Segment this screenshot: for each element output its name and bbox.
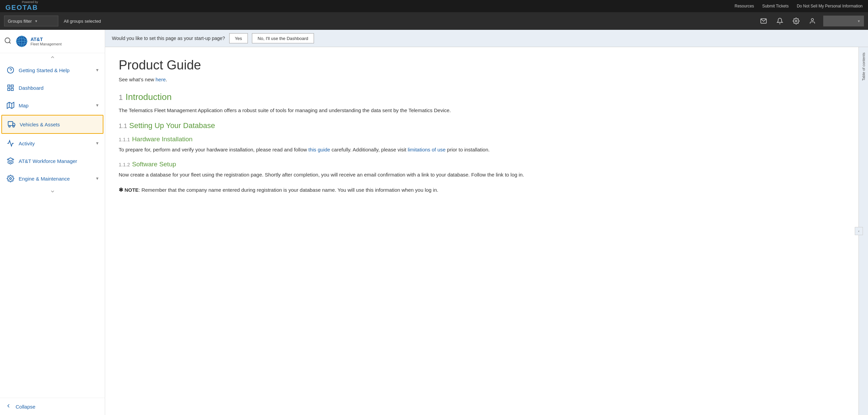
section-1-1-1-num: 1.1.1 [119,137,130,142]
svg-point-1 [795,20,797,22]
section-1-1-2-num: 1.1.2 [119,162,130,167]
search-icon[interactable] [4,37,12,46]
section-1-1-1-body: To prepare for, perform and verify your … [119,146,845,154]
startup-question: Would you like to set this page as your … [112,36,225,41]
startup-no-button[interactable]: No, I'll use the Dashboard [252,33,314,43]
brand-sub: Fleet Management [31,42,62,46]
att-globe-icon [16,35,28,47]
section-1-title: Introduction [125,92,172,102]
workforce-label: AT&T Workforce Manager [19,158,99,164]
sidebar-header: AT&T Fleet Management [0,30,105,53]
startup-yes-button[interactable]: Yes [229,33,248,43]
activity-icon [6,139,15,147]
activity-label: Activity [19,141,95,146]
svg-rect-13 [11,85,13,87]
doc-subtitle-link[interactable]: here [156,77,166,82]
section-1-1-2-title: Software Setup [132,161,176,168]
section-1-1-num: 1.1 [119,123,127,130]
sidebar-item-getting-started[interactable]: Getting Started & Help ▼ [0,61,105,79]
sidebar-scroll-down[interactable] [0,187,105,195]
map-chevron-icon: ▼ [95,103,99,108]
sidebar-item-map[interactable]: Map ▼ [0,97,105,114]
geotab-logo-text: GEOTAB [5,4,38,12]
note-star: ✱ [119,187,123,193]
user-account-dropdown[interactable]: ▼ [823,16,864,26]
engine-chevron-icon: ▼ [95,176,99,181]
svg-rect-15 [8,88,10,90]
mail-icon[interactable] [758,16,769,26]
doc-subtitle-period: . [166,77,167,82]
svg-marker-16 [7,102,14,108]
sidebar-scroll-up[interactable] [0,53,105,61]
vehicles-assets-label: Vehicles & Assets [20,122,97,127]
engine-icon [6,174,15,183]
doc-subtitle: See what's new here. [119,77,845,82]
content-area: Would you like to set this page as your … [105,30,868,415]
do-not-sell-link[interactable]: Do Not Sell My Personal Information [797,4,863,8]
svg-point-21 [13,126,15,127]
section-1-1-1-title: Hardware Installation [132,136,192,143]
collapse-label: Collapse [16,404,35,410]
groups-filter-arrow-icon: ▼ [35,19,38,23]
toc-sidebar: ‹ Table of contents [859,47,868,415]
section-1-1-title: Setting Up Your Database [129,121,215,130]
collapse-icon [5,403,12,410]
bell-icon[interactable] [774,16,785,26]
powered-by-text: Powered by [22,1,38,4]
note-text: : Remember that the company name entered… [139,187,438,193]
user-dropdown-arrow: ▼ [857,19,861,23]
user-icon[interactable] [807,16,818,26]
top-bar-right: Resources Submit Tickets Do Not Sell My … [735,4,863,8]
brand-name: AT&T [31,37,62,42]
startup-banner: Would you like to set this page as your … [105,30,868,47]
brand-logo: AT&T Fleet Management [16,35,62,47]
doc-content: Product Guide See what's new here. 1 Int… [105,47,859,415]
submit-tickets-link[interactable]: Submit Tickets [762,4,789,8]
content-with-toc: Product Guide See what's new here. 1 Int… [105,47,868,415]
section-1-1-1-body-suffix: prior to installation. [446,147,490,152]
this-guide-link[interactable]: this guide [308,147,330,152]
groups-filter-label: Groups filter [8,19,32,24]
svg-line-4 [9,42,11,43]
top-bar: Powered by GEOTAB Resources Submit Ticke… [0,0,868,12]
getting-started-chevron-icon: ▼ [95,68,99,72]
sidebar-item-vehicles-assets[interactable]: Vehicles & Assets [1,115,103,134]
doc-title: Product Guide [119,58,845,72]
settings-icon[interactable] [791,16,802,26]
activity-chevron-icon: ▼ [95,141,99,146]
sidebar-item-engine-maintenance[interactable]: Engine & Maintenance ▼ [0,170,105,187]
section-1-1-2-body: Now create a database for your fleet usi… [119,171,845,179]
getting-started-label: Getting Started & Help [19,67,95,73]
section-1-1-1-body-mid: carefully. Additionally, please visit [330,147,408,152]
dashboard-label: Dashboard [19,85,99,91]
map-label: Map [19,103,95,108]
sidebar-item-att-workforce[interactable]: AT&T Workforce Manager [0,152,105,170]
sidebar: AT&T Fleet Management [0,30,105,415]
geotab-logo: Powered by GEOTAB [5,1,38,12]
resources-link[interactable]: Resources [735,4,754,8]
vehicles-assets-icon [7,120,16,128]
sidebar-item-activity[interactable]: Activity ▼ [0,134,105,152]
collapse-button[interactable]: Collapse [0,398,105,415]
section-1-1-1-body-prefix: To prepare for, perform and verify your … [119,147,308,152]
section-1-1-2-heading: 1.1.2 Software Setup [119,161,845,168]
svg-point-2 [811,19,814,21]
svg-rect-14 [11,88,13,90]
note-bold: NOTE [124,187,139,193]
limitations-of-use-link[interactable]: limitations of use [408,147,446,152]
svg-point-3 [5,38,10,43]
groups-selected-text: All groups selected [64,19,101,24]
section-1-body: The Telematics Fleet Management Applicat… [119,106,845,115]
map-icon [6,101,15,109]
sidebar-nav: Getting Started & Help ▼ Dashboard [0,61,105,398]
svg-rect-19 [8,122,13,126]
engine-label: Engine & Maintenance [19,176,95,182]
svg-rect-12 [8,85,10,87]
svg-point-22 [9,178,12,180]
section-1-num: 1 [119,93,123,102]
toc-collapse-arrow[interactable]: ‹ [855,227,863,235]
groups-filter-dropdown[interactable]: Groups filter ▼ [4,16,58,26]
top-bar-left: Powered by GEOTAB [5,1,38,12]
user-account-name [827,19,828,24]
sidebar-item-dashboard[interactable]: Dashboard [0,79,105,97]
